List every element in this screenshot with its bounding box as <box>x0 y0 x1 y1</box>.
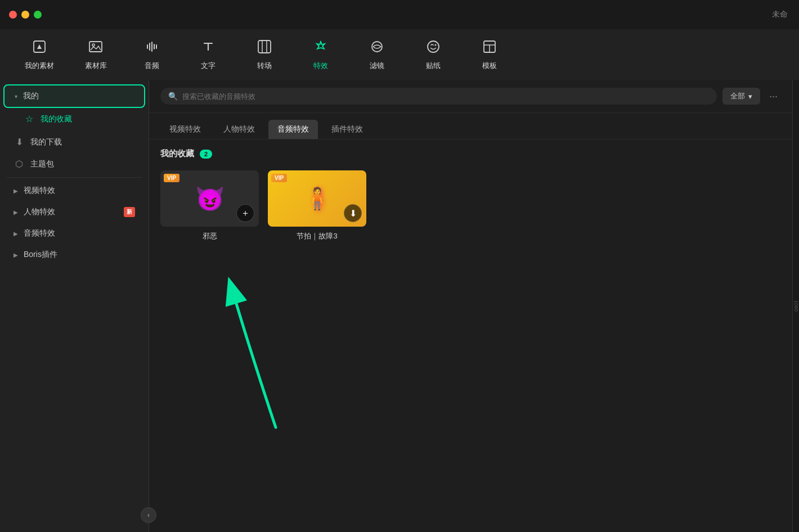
close-button[interactable] <box>9 11 17 19</box>
arrow-annotation <box>186 236 332 439</box>
sidebar: ▾ 我的 ☆ 我的收藏 ⬇我的下载⬡主题包▶视频特效▶人物特效新▶音频特效▶Bo… <box>0 80 149 532</box>
download-icon: ⬇ <box>14 137 25 147</box>
transition-icon <box>257 39 272 57</box>
right-strip: 1080 <box>792 80 799 532</box>
svg-marker-1 <box>37 44 42 49</box>
nav-label-template: 模板 <box>482 61 497 71</box>
new-badge: 新 <box>124 207 135 217</box>
nav-item-transition[interactable]: 转场 <box>236 32 293 77</box>
collection-header: 我的收藏 2 <box>149 139 792 166</box>
nav-label-material-lib: 素材库 <box>85 61 107 71</box>
boris-arrow-icon: ▶ <box>14 252 18 258</box>
sticker-icon <box>425 39 441 57</box>
sidebar-collapse-button[interactable]: ‹ <box>141 507 156 523</box>
nav-item-filter[interactable]: 滤镜 <box>349 32 405 77</box>
window-title: 未命 <box>772 10 788 20</box>
grid-item-thumb-beat-glitch: VIP 🧍 ⬇ <box>268 170 366 227</box>
effects-icon <box>313 39 329 57</box>
search-input-wrap[interactable]: 🔍 <box>160 88 717 105</box>
sidebar-item-audio-effects[interactable]: ▶音频特效 <box>3 223 145 244</box>
item-label-evil: 邪恶 <box>203 231 217 241</box>
nav-label-text: 文字 <box>201 61 216 71</box>
content-area: 🔍 全部 ▾ ··· 视频特效人物特效音频特效插件特效 我的收藏 2 <box>149 80 792 532</box>
collection-title: 我的收藏 <box>160 148 194 159</box>
template-icon <box>482 39 497 57</box>
sidebar-boris-label: Boris插件 <box>24 250 135 260</box>
my-material-icon <box>32 39 47 57</box>
search-right: 全部 ▾ ··· <box>722 88 781 105</box>
tab-plugin-effects[interactable]: 插件特效 <box>322 120 372 139</box>
audio-effects-arrow-icon: ▶ <box>14 231 18 237</box>
items-grid: VIP 😈 ＋ 邪恶 VIP 🧍 ⬇ 节拍｜故障3 <box>149 166 792 246</box>
svg-point-7 <box>435 44 437 46</box>
download-button-beat-glitch[interactable]: ⬇ <box>344 204 362 222</box>
nav-item-audio[interactable]: 音频 <box>124 32 180 77</box>
main-layout: ▾ 我的 ☆ 我的收藏 ⬇我的下载⬡主题包▶视频特效▶人物特效新▶音频特效▶Bo… <box>0 80 799 532</box>
nav-label-transition: 转场 <box>257 61 272 71</box>
sidebar-video-effects-label: 视频特效 <box>24 186 135 196</box>
traffic-lights <box>9 11 42 19</box>
item-label-beat-glitch: 节拍｜故障3 <box>297 231 337 241</box>
sidebar-item-people-effects[interactable]: ▶人物特效新 <box>3 201 145 223</box>
search-input[interactable] <box>182 92 709 101</box>
grid-item-beat-glitch[interactable]: VIP 🧍 ⬇ 节拍｜故障3 <box>268 170 366 241</box>
svg-rect-4 <box>258 40 271 53</box>
tab-audio-effects[interactable]: 音频特效 <box>268 120 318 139</box>
svg-point-3 <box>92 44 95 46</box>
add-button-evil[interactable]: ＋ <box>236 204 254 222</box>
nav-label-effects: 特效 <box>313 61 328 71</box>
mine-arrow-icon: ▾ <box>15 93 17 100</box>
filter-icon <box>369 39 385 57</box>
svg-rect-2 <box>89 42 102 52</box>
nav-item-text[interactable]: 文字 <box>180 32 236 77</box>
filter-label: 全部 <box>730 91 745 101</box>
grid-item-evil[interactable]: VIP 😈 ＋ 邪恶 <box>160 170 259 241</box>
title-bar: 未命 <box>0 0 799 29</box>
svg-point-6 <box>428 41 439 52</box>
nav-label-audio: 音频 <box>145 61 159 71</box>
audio-icon <box>144 39 160 57</box>
search-icon: 🔍 <box>168 92 178 101</box>
nav-item-my-material[interactable]: 我的素材 <box>11 32 68 77</box>
nav-label-my-material: 我的素材 <box>25 61 54 71</box>
minimize-button[interactable] <box>21 11 29 19</box>
material-lib-icon <box>88 39 104 57</box>
chevron-down-icon: ▾ <box>748 92 752 101</box>
nav-item-material-lib[interactable]: 素材库 <box>68 32 124 77</box>
sidebar-item-video-effects[interactable]: ▶视频特效 <box>3 180 145 201</box>
theme-icon: ⬡ <box>14 159 25 169</box>
right-strip-label: 1080 <box>793 300 799 312</box>
video-effects-arrow-icon: ▶ <box>14 188 18 194</box>
sidebar-item-boris-plugin[interactable]: ▶Boris插件 <box>3 244 145 265</box>
nav-label-filter: 滤镜 <box>370 61 384 71</box>
sidebar-item-mine[interactable]: ▾ 我的 <box>3 84 145 108</box>
people-effects-arrow-icon: ▶ <box>14 209 18 215</box>
nav-label-sticker: 贴纸 <box>426 61 441 71</box>
sidebar-mine-label: 我的 <box>23 91 134 101</box>
tabs-bar: 视频特效人物特效音频特效插件特效 <box>149 113 792 139</box>
sidebar-item-my-collection[interactable]: ☆ 我的收藏 <box>3 108 145 130</box>
sidebar-item-theme-pack[interactable]: ⬡主题包 <box>3 153 145 175</box>
vip-badge-evil: VIP <box>164 174 179 182</box>
nav-item-sticker[interactable]: 贴纸 <box>405 32 461 77</box>
star-icon: ☆ <box>24 114 35 124</box>
nav-item-template[interactable]: 模板 <box>461 32 518 77</box>
tab-people-effects[interactable]: 人物特效 <box>214 120 264 139</box>
sidebar-my-download-label: 我的下载 <box>30 137 135 147</box>
maximize-button[interactable] <box>34 11 42 19</box>
more-options-button[interactable]: ··· <box>766 88 781 105</box>
sidebar-item-my-download[interactable]: ⬇我的下载 <box>3 131 145 153</box>
text-icon <box>200 39 216 57</box>
sidebar-audio-effects-label: 音频特效 <box>24 228 135 238</box>
filter-button[interactable]: 全部 ▾ <box>722 88 760 105</box>
sidebar-my-collection-label: 我的收藏 <box>41 114 135 124</box>
top-navigation: 我的素材 素材库 音频 文字 转场 特效 滤镜 贴纸 模板 <box>0 29 799 80</box>
grid-item-thumb-evil: VIP 😈 ＋ <box>160 170 259 227</box>
sidebar-people-effects-label: 人物特效 <box>24 207 118 217</box>
nav-item-effects[interactable]: 特效 <box>293 32 349 77</box>
collection-count-badge: 2 <box>200 150 212 159</box>
sidebar-theme-pack-label: 主题包 <box>30 159 135 169</box>
vip-badge-beat-glitch: VIP <box>271 174 287 182</box>
glitch-figure-icon: 🧍 <box>304 186 330 211</box>
tab-video-effects[interactable]: 视频特效 <box>160 120 210 139</box>
